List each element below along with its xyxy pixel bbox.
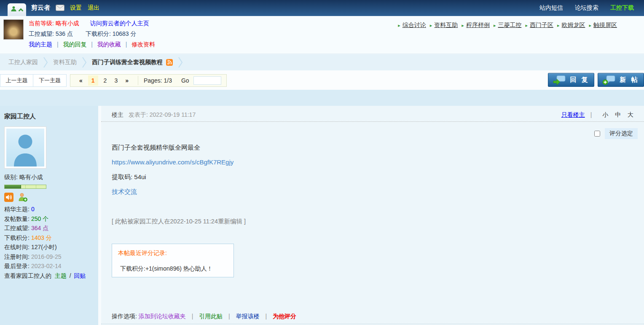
new-post-button[interactable]: 新 帖: [598, 73, 644, 87]
separator: |: [228, 313, 230, 320]
prestige-text: 工控威望: 536 点: [29, 30, 73, 37]
page-button-2[interactable]: 2: [104, 77, 107, 84]
rate-checkbox[interactable]: [594, 131, 600, 137]
prev-topic-button[interactable]: 上一主题: [0, 74, 33, 87]
post-area: 楼主 发表于: 2022-09-19 11:17 只看楼主 | 小 中 大 评分…: [101, 106, 644, 325]
profile-home-link[interactable]: 访问剪云者的个人主页: [90, 20, 149, 27]
quote-post-link[interactable]: 引用此贴: [199, 313, 223, 320]
separator: |: [126, 41, 127, 48]
nav-siemens[interactable]: 西门子区: [530, 21, 553, 29]
user-avatar[interactable]: [3, 19, 24, 40]
stat-label: 在线时间:: [4, 244, 30, 250]
reply-button[interactable]: 回 复: [548, 73, 594, 87]
forum-thread-page: 剪云者 设置 退出 站内短信 论坛搜索 工控下载 当前等级: 略有小成 访问剪云…: [0, 0, 644, 325]
stat-label: 下载积分:: [4, 234, 30, 241]
pagination: « 1 2 3 » Pages: 1/3 Go: [70, 74, 227, 87]
stat-post-count: 250 个: [31, 215, 48, 222]
poster-username[interactable]: 家园工控人: [0, 106, 98, 121]
page-go-input[interactable]: [193, 76, 221, 85]
next-topic-button[interactable]: 下一主题: [33, 74, 67, 87]
my-replies-link[interactable]: 我的回复: [63, 41, 86, 48]
arrow-bullet-icon: ▸: [589, 23, 591, 28]
last-page-button[interactable]: »: [125, 77, 129, 84]
divider: [138, 76, 138, 85]
bottom-border: [101, 324, 644, 324]
nav-program-samples[interactable]: 程序样例: [466, 21, 490, 29]
actions-label: 操作选项:: [112, 313, 137, 320]
level-progress-bar: [4, 185, 46, 189]
current-level-text: 当前等级: 略有小成: [29, 20, 79, 27]
speaker-icon[interactable]: [4, 193, 13, 202]
nav-resource-help[interactable]: 资料互助: [434, 21, 458, 29]
font-size-small[interactable]: 小: [602, 111, 608, 118]
rating-record-box: 本帖最近评分记录: 下载积分:+1(simon896) 热心助人！: [112, 244, 234, 277]
post-header: 楼主 发表于: 2022-09-19 11:17 只看楼主 | 小 中 大: [101, 106, 644, 122]
breadcrumb-home[interactable]: 工控人家园: [8, 59, 38, 66]
mail-icon[interactable]: [56, 5, 64, 13]
font-size-medium[interactable]: 中: [615, 111, 621, 118]
pages-indicator: Pages: 1/3: [144, 77, 172, 84]
site-messages-link[interactable]: 站内短信: [539, 4, 563, 12]
arrow-bullet-icon: ▸: [494, 23, 496, 28]
page-button-1[interactable]: 1: [88, 75, 98, 86]
only-op-link[interactable]: 只看楼主: [561, 111, 585, 118]
poster-avatar[interactable]: [4, 126, 46, 169]
separator: |: [57, 41, 59, 48]
nav-general-discussion[interactable]: 综合讨论: [402, 21, 426, 29]
page-toolbar: 上一主题 下一主题 « 1 2 3 » Pages: 1/3 Go 回 复 新 …: [0, 70, 644, 90]
user-icon: [11, 5, 17, 14]
poster-panel: 家园工控人 级别: 略有小成 精华主题:0: [0, 106, 98, 325]
settings-link[interactable]: 设置: [70, 4, 82, 12]
rss-icon[interactable]: [166, 59, 173, 66]
topbar-username[interactable]: 剪云者: [31, 4, 50, 12]
topbar-right-links: 站内短信 论坛搜索 工控下载: [539, 4, 634, 12]
post-actions: 操作选项: 添加到论坛收藏夹 | 引用此贴 | 举报该楼 | 为他评分: [101, 313, 644, 320]
nav-mitsubishi[interactable]: 三菱工控: [498, 21, 521, 29]
aliyundrive-link[interactable]: https://www.aliyundrive.com/s/cBgfK7REgj…: [112, 158, 233, 166]
page-button-3[interactable]: 3: [114, 77, 118, 84]
breadcrumb: 工控人家园 资料互助 西门子训练营全套视频教程: [0, 54, 644, 70]
first-page-button[interactable]: «: [79, 77, 83, 84]
font-size-large[interactable]: 大: [628, 111, 633, 118]
stat-prestige: 364 点: [31, 225, 48, 231]
report-post-link[interactable]: 举报该楼: [236, 313, 260, 320]
rating-record-title: 本帖最近评分记录:: [118, 250, 233, 257]
nav-touchscreen[interactable]: 触摸屏区: [593, 21, 617, 29]
rate-user-link[interactable]: 为他评分: [273, 313, 296, 320]
panel-divider: [98, 106, 101, 325]
rate-select-button[interactable]: 评分选定: [605, 128, 638, 139]
reply-bubble-icon: [553, 75, 566, 85]
avatar-silhouette-icon: [6, 129, 44, 167]
go-label: Go: [181, 77, 189, 84]
forum-search-link[interactable]: 论坛搜索: [575, 4, 598, 12]
logout-link[interactable]: 退出: [88, 4, 99, 12]
view-replies-link[interactable]: 回贴: [74, 272, 86, 279]
view-topics-link[interactable]: 主题: [55, 272, 67, 279]
tech-exchange-link[interactable]: 技术交流: [112, 188, 137, 195]
my-topics-link[interactable]: 我的主题: [29, 41, 52, 48]
rating-record-entry: 下载积分:+1(simon896) 热心助人！: [118, 265, 233, 273]
topbar: 剪云者 设置 退出 站内短信 论坛搜索 工控下载: [0, 0, 644, 16]
post-timestamp: 发表于: 2022-09-19 11:17: [129, 111, 196, 118]
nav-omron[interactable]: 欧姆龙区: [561, 21, 585, 29]
add-favorite-link[interactable]: 添加到论坛收藏夹: [139, 313, 186, 320]
thread-title: 西门子训练营全套视频教程: [92, 59, 163, 66]
new-post-button-label: 新 帖: [620, 76, 639, 84]
reply-button-label: 回 复: [570, 76, 589, 84]
post-text-title: 西门子全套视频精华版全网最全: [112, 144, 633, 151]
credits-text: 下载积分: 10683 分: [86, 30, 137, 37]
view-prefix: 查看家园工控人的: [4, 272, 51, 279]
poster-stats: 精华主题:0 发帖数量:250 个 工控威望:364 点 下载积分:1403 分…: [4, 204, 98, 271]
edit-profile-link[interactable]: 修改资料: [131, 41, 155, 48]
breadcrumb-separator-icon: [178, 56, 183, 68]
newpost-bubble-icon: [602, 75, 616, 85]
spacer-band: [0, 90, 644, 106]
add-friend-icon[interactable]: [18, 193, 27, 202]
user-menu-tab[interactable]: [8, 3, 26, 16]
my-favorites-link[interactable]: 我的收藏: [97, 41, 121, 48]
download-link[interactable]: 工控下载: [610, 4, 634, 12]
thread-action-buttons: 回 复 新 帖: [548, 73, 644, 87]
breadcrumb-separator-icon: [82, 56, 87, 68]
stat-download-credits: 1403 分: [31, 234, 52, 241]
breadcrumb-section[interactable]: 资料互助: [53, 59, 77, 66]
